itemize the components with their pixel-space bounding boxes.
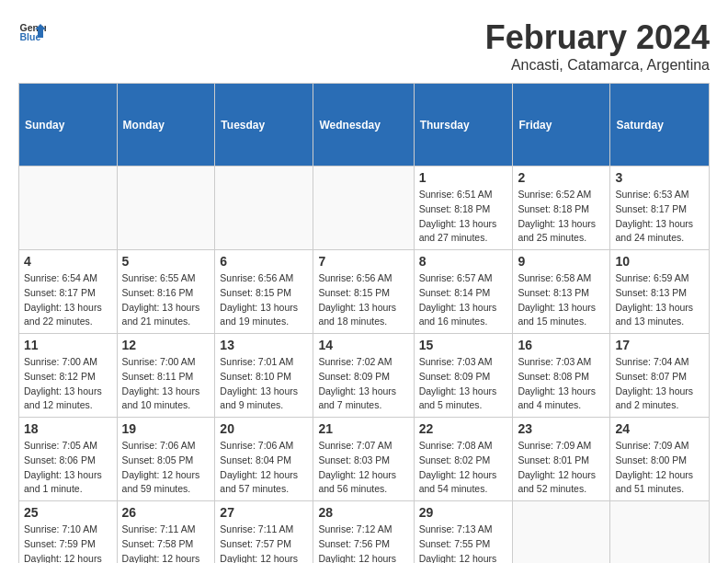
day-header-tuesday: Tuesday: [215, 84, 313, 167]
day-number: 22: [419, 421, 508, 436]
calendar-week-row: 18Sunrise: 7:05 AM Sunset: 8:06 PM Dayli…: [19, 418, 710, 501]
calendar-cell: 1Sunrise: 6:51 AM Sunset: 8:18 PM Daylig…: [414, 167, 513, 250]
day-info: Sunrise: 7:03 AM Sunset: 8:08 PM Dayligh…: [518, 355, 605, 413]
day-number: 13: [220, 338, 308, 352]
calendar-body: 1Sunrise: 6:51 AM Sunset: 8:18 PM Daylig…: [19, 167, 710, 564]
calendar-cell: 9Sunrise: 6:58 AM Sunset: 8:13 PM Daylig…: [513, 250, 610, 334]
day-number: 7: [318, 254, 408, 269]
day-header-sunday: Sunday: [19, 84, 118, 167]
day-header-monday: Monday: [117, 84, 215, 167]
day-number: 10: [615, 254, 704, 269]
calendar-cell: 2Sunrise: 6:52 AM Sunset: 8:18 PM Daylig…: [513, 167, 610, 250]
day-info: Sunrise: 7:06 AM Sunset: 8:05 PM Dayligh…: [122, 439, 210, 497]
month-title: February 2024: [485, 18, 710, 57]
day-number: 29: [419, 505, 508, 520]
day-info: Sunrise: 6:55 AM Sunset: 8:16 PM Dayligh…: [122, 271, 210, 329]
day-number: 18: [24, 421, 112, 436]
calendar-cell: 15Sunrise: 7:03 AM Sunset: 8:09 PM Dayli…: [414, 334, 513, 418]
day-info: Sunrise: 7:08 AM Sunset: 8:02 PM Dayligh…: [419, 439, 508, 497]
calendar-header-row: SundayMondayTuesdayWednesdayThursdayFrid…: [19, 84, 710, 167]
day-number: 17: [615, 338, 704, 352]
day-info: Sunrise: 6:56 AM Sunset: 8:15 PM Dayligh…: [318, 271, 408, 329]
calendar-cell: [313, 167, 414, 250]
logo-icon: General Blue: [18, 18, 46, 46]
day-info: Sunrise: 7:00 AM Sunset: 8:12 PM Dayligh…: [24, 355, 112, 413]
calendar-cell: 6Sunrise: 6:56 AM Sunset: 8:15 PM Daylig…: [215, 250, 313, 334]
location-title: Ancasti, Catamarca, Argentina: [485, 57, 710, 74]
day-header-wednesday: Wednesday: [313, 84, 414, 167]
day-number: 3: [615, 170, 704, 185]
calendar-cell: 16Sunrise: 7:03 AM Sunset: 8:08 PM Dayli…: [513, 334, 610, 418]
calendar-cell: 13Sunrise: 7:01 AM Sunset: 8:10 PM Dayli…: [215, 334, 313, 418]
calendar-cell: [117, 167, 215, 250]
calendar-week-row: 1Sunrise: 6:51 AM Sunset: 8:18 PM Daylig…: [19, 167, 710, 250]
day-number: 15: [419, 338, 508, 352]
calendar-week-row: 11Sunrise: 7:00 AM Sunset: 8:12 PM Dayli…: [19, 334, 710, 418]
day-info: Sunrise: 6:57 AM Sunset: 8:14 PM Dayligh…: [419, 271, 508, 329]
day-info: Sunrise: 6:54 AM Sunset: 8:17 PM Dayligh…: [24, 271, 112, 329]
day-number: 9: [518, 254, 605, 269]
day-info: Sunrise: 7:12 AM Sunset: 7:56 PM Dayligh…: [318, 523, 408, 563]
day-info: Sunrise: 7:00 AM Sunset: 8:11 PM Dayligh…: [122, 355, 210, 413]
calendar-cell: 18Sunrise: 7:05 AM Sunset: 8:06 PM Dayli…: [19, 418, 118, 501]
calendar-cell: 12Sunrise: 7:00 AM Sunset: 8:11 PM Dayli…: [117, 334, 215, 418]
calendar-cell: 3Sunrise: 6:53 AM Sunset: 8:17 PM Daylig…: [610, 167, 710, 250]
day-info: Sunrise: 6:59 AM Sunset: 8:13 PM Dayligh…: [615, 271, 704, 329]
calendar-table: SundayMondayTuesdayWednesdayThursdayFrid…: [18, 83, 710, 563]
calendar-cell: 29Sunrise: 7:13 AM Sunset: 7:55 PM Dayli…: [414, 501, 513, 564]
day-info: Sunrise: 7:06 AM Sunset: 8:04 PM Dayligh…: [220, 439, 308, 497]
day-info: Sunrise: 6:56 AM Sunset: 8:15 PM Dayligh…: [220, 271, 308, 329]
day-number: 20: [220, 421, 308, 436]
day-number: 5: [122, 254, 210, 269]
day-info: Sunrise: 7:13 AM Sunset: 7:55 PM Dayligh…: [419, 523, 508, 563]
calendar-cell: 8Sunrise: 6:57 AM Sunset: 8:14 PM Daylig…: [414, 250, 513, 334]
day-number: 8: [419, 254, 508, 269]
calendar-cell: 14Sunrise: 7:02 AM Sunset: 8:09 PM Dayli…: [313, 334, 414, 418]
day-number: 12: [122, 338, 210, 352]
day-info: Sunrise: 7:09 AM Sunset: 8:00 PM Dayligh…: [615, 439, 704, 497]
calendar-cell: 20Sunrise: 7:06 AM Sunset: 8:04 PM Dayli…: [215, 418, 313, 501]
calendar-cell: 24Sunrise: 7:09 AM Sunset: 8:00 PM Dayli…: [610, 418, 710, 501]
day-info: Sunrise: 7:02 AM Sunset: 8:09 PM Dayligh…: [318, 355, 408, 413]
day-info: Sunrise: 6:52 AM Sunset: 8:18 PM Dayligh…: [518, 188, 605, 246]
calendar-cell: [610, 501, 710, 564]
day-info: Sunrise: 6:51 AM Sunset: 8:18 PM Dayligh…: [419, 188, 508, 246]
day-info: Sunrise: 7:03 AM Sunset: 8:09 PM Dayligh…: [419, 355, 508, 413]
day-info: Sunrise: 7:11 AM Sunset: 7:58 PM Dayligh…: [122, 523, 210, 563]
day-info: Sunrise: 7:01 AM Sunset: 8:10 PM Dayligh…: [220, 355, 308, 413]
day-info: Sunrise: 6:58 AM Sunset: 8:13 PM Dayligh…: [518, 271, 605, 329]
calendar-cell: 5Sunrise: 6:55 AM Sunset: 8:16 PM Daylig…: [117, 250, 215, 334]
day-info: Sunrise: 7:10 AM Sunset: 7:59 PM Dayligh…: [24, 523, 112, 563]
day-number: 16: [518, 338, 605, 352]
calendar-cell: 10Sunrise: 6:59 AM Sunset: 8:13 PM Dayli…: [610, 250, 710, 334]
day-header-saturday: Saturday: [610, 84, 710, 167]
day-info: Sunrise: 7:05 AM Sunset: 8:06 PM Dayligh…: [24, 439, 112, 497]
calendar-week-row: 4Sunrise: 6:54 AM Sunset: 8:17 PM Daylig…: [19, 250, 710, 334]
page-header: General Blue February 2024 Ancasti, Cata…: [18, 18, 710, 74]
svg-text:Blue: Blue: [20, 31, 41, 42]
day-number: 28: [318, 505, 408, 520]
day-number: 26: [122, 505, 210, 520]
day-number: 27: [220, 505, 308, 520]
day-number: 19: [122, 421, 210, 436]
calendar-cell: 21Sunrise: 7:07 AM Sunset: 8:03 PM Dayli…: [313, 418, 414, 501]
calendar-cell: 28Sunrise: 7:12 AM Sunset: 7:56 PM Dayli…: [313, 501, 414, 564]
day-number: 1: [419, 170, 508, 185]
day-info: Sunrise: 7:09 AM Sunset: 8:01 PM Dayligh…: [518, 439, 605, 497]
day-number: 23: [518, 421, 605, 436]
calendar-week-row: 25Sunrise: 7:10 AM Sunset: 7:59 PM Dayli…: [19, 501, 710, 564]
calendar-cell: 23Sunrise: 7:09 AM Sunset: 8:01 PM Dayli…: [513, 418, 610, 501]
day-header-friday: Friday: [513, 84, 610, 167]
calendar-cell: 22Sunrise: 7:08 AM Sunset: 8:02 PM Dayli…: [414, 418, 513, 501]
calendar-cell: [513, 501, 610, 564]
calendar-cell: 26Sunrise: 7:11 AM Sunset: 7:58 PM Dayli…: [117, 501, 215, 564]
title-section: February 2024 Ancasti, Catamarca, Argent…: [485, 18, 710, 74]
calendar-cell: 7Sunrise: 6:56 AM Sunset: 8:15 PM Daylig…: [313, 250, 414, 334]
day-number: 24: [615, 421, 704, 436]
calendar-cell: [215, 167, 313, 250]
calendar-cell: 4Sunrise: 6:54 AM Sunset: 8:17 PM Daylig…: [19, 250, 118, 334]
day-number: 11: [24, 338, 112, 352]
day-number: 25: [24, 505, 112, 520]
calendar-cell: 25Sunrise: 7:10 AM Sunset: 7:59 PM Dayli…: [19, 501, 118, 564]
day-info: Sunrise: 7:07 AM Sunset: 8:03 PM Dayligh…: [318, 439, 408, 497]
